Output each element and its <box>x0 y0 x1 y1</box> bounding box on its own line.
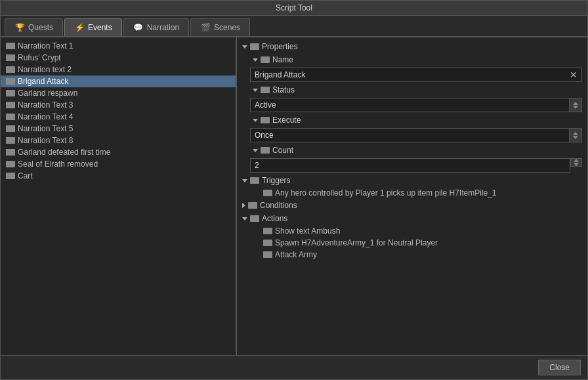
list-item-4[interactable]: Garland respawn <box>1 87 236 99</box>
list-item-label-0: Narration Text 1 <box>18 41 74 51</box>
trophy-icon: 🏆 <box>14 22 25 33</box>
name-folder-icon <box>261 56 270 63</box>
list-item-3[interactable]: Brigand Attack <box>1 75 236 87</box>
action-item-0-icon <box>263 228 272 234</box>
execute-label: Execute <box>272 116 301 125</box>
trigger-item-0-label: Any hero controlled by Player 1 picks up… <box>275 188 497 198</box>
list-item-label-8: Narration Text 8 <box>18 136 74 145</box>
triggers-folder-icon <box>250 177 259 184</box>
list-item-icon-11 <box>6 173 15 179</box>
list-item-1[interactable]: Rufus' Crypt <box>1 52 236 64</box>
name-collapse-icon <box>253 58 258 62</box>
list-item-6[interactable]: Narration Text 4 <box>1 111 236 123</box>
properties-collapse-icon <box>242 45 247 49</box>
list-item-label-6: Narration Text 4 <box>18 112 74 121</box>
count-label: Count <box>272 146 293 155</box>
trigger-item-0-icon <box>263 190 272 196</box>
triggers-collapse-icon <box>242 179 247 182</box>
list-item-9[interactable]: Garland defeated first time <box>1 146 236 158</box>
list-item-icon-0 <box>6 43 15 49</box>
properties-folder-icon <box>250 43 259 50</box>
trigger-item-0[interactable]: Any hero controlled by Player 1 picks up… <box>237 187 587 199</box>
list-item-label-3: Brigand Attack <box>18 77 68 86</box>
list-item-icon-1 <box>6 54 15 61</box>
list-item-8[interactable]: Narration Text 8 <box>1 135 236 146</box>
triggers-section-header[interactable]: Triggers <box>237 174 587 187</box>
conditions-folder-icon <box>248 202 257 209</box>
name-label: Name <box>272 55 293 64</box>
conditions-label: Conditions <box>260 201 297 210</box>
list-item-icon-6 <box>6 114 15 120</box>
execute-select[interactable]: Once Always <box>250 128 582 142</box>
properties-section-header[interactable]: Properties <box>237 40 587 53</box>
count-arrow-down-icon <box>574 163 579 166</box>
list-item-icon-5 <box>6 102 15 108</box>
window-title: Script Tool <box>276 3 312 12</box>
triggers-label: Triggers <box>262 176 291 185</box>
tab-events[interactable]: ⚡ Events <box>64 18 122 36</box>
actions-folder-icon <box>250 215 259 222</box>
status-select-row: Active Inactive <box>250 98 582 112</box>
close-button[interactable]: Close <box>538 360 581 375</box>
name-section-header[interactable]: Name <box>237 53 587 66</box>
name-clear-button[interactable]: ✕ <box>570 70 578 79</box>
count-collapse-icon <box>253 149 258 152</box>
action-item-1[interactable]: Spawn H7AdventureArmy_1 for Neutral Play… <box>237 237 587 249</box>
list-item-icon-7 <box>6 125 15 132</box>
actions-collapse-icon <box>242 217 247 221</box>
tab-bar: 🏆 Quests ⚡ Events 💬 Narration 🎬 Scenes <box>1 16 587 37</box>
execute-select-row: Once Always <box>250 128 582 142</box>
conditions-collapse-icon <box>242 203 245 208</box>
tab-narration[interactable]: 💬 Narration <box>123 18 189 36</box>
list-item-label-5: Narration Text 3 <box>18 100 74 110</box>
main-content: Narration Text 1Rufus' CryptNarration te… <box>1 37 587 355</box>
bottom-bar: Close <box>1 355 587 379</box>
status-collapse-icon <box>253 89 258 92</box>
list-item-label-11: Cart <box>18 171 33 180</box>
action-item-0[interactable]: Show text Ambush <box>237 225 587 237</box>
execute-collapse-icon <box>253 119 258 122</box>
list-item-label-7: Narration Text 5 <box>18 124 74 133</box>
status-section-header[interactable]: Status <box>237 83 587 96</box>
left-panel: Narration Text 1Rufus' CryptNarration te… <box>1 37 237 355</box>
list-item-icon-9 <box>6 149 15 156</box>
list-item-label-9: Garland defeated first time <box>18 148 110 157</box>
tab-scenes[interactable]: 🎬 Scenes <box>190 18 250 36</box>
list-item-5[interactable]: Narration Text 3 <box>1 99 236 111</box>
status-label: Status <box>272 85 295 95</box>
actions-section-header[interactable]: Actions <box>237 212 587 225</box>
action-item-0-label: Show text Ambush <box>275 226 340 236</box>
list-item-0[interactable]: Narration Text 1 <box>1 40 236 52</box>
speech-icon: 💬 <box>133 22 144 33</box>
list-item-label-1: Rufus' Crypt <box>18 53 61 62</box>
list-item-icon-2 <box>6 66 15 73</box>
count-spinners <box>570 158 582 167</box>
list-item-11[interactable]: Cart <box>1 170 236 182</box>
count-input-row <box>250 158 582 173</box>
list-item-2[interactable]: Narration text 2 <box>1 64 236 75</box>
list-item-icon-4 <box>6 90 15 96</box>
list-item-10[interactable]: Seal of Elrath removed <box>1 158 236 170</box>
list-item-icon-10 <box>6 161 15 167</box>
status-select[interactable]: Active Inactive <box>250 98 582 112</box>
list-item-7[interactable]: Narration Text 5 <box>1 123 236 135</box>
main-window: Script Tool 🏆 Quests ⚡ Events 💬 Narratio… <box>0 0 588 380</box>
count-input[interactable] <box>250 158 570 173</box>
conditions-section-header[interactable]: Conditions <box>237 199 587 212</box>
list-item-icon-8 <box>6 137 15 144</box>
list-item-label-10: Seal of Elrath removed <box>18 159 98 169</box>
count-folder-icon <box>261 147 270 154</box>
action-item-2[interactable]: Attack Army <box>237 249 587 261</box>
tab-quests[interactable]: 🏆 Quests <box>5 18 63 36</box>
properties-label: Properties <box>262 42 298 51</box>
execute-section-header[interactable]: Execute <box>237 114 587 127</box>
action-item-2-icon <box>263 251 272 258</box>
status-folder-icon <box>261 87 270 93</box>
list-item-icon-3 <box>6 78 15 85</box>
film-icon: 🎬 <box>200 22 211 33</box>
count-section-header[interactable]: Count <box>237 144 587 157</box>
action-item-1-icon <box>263 240 272 246</box>
name-input[interactable]: Brigand Attack <box>255 70 570 79</box>
actions-label: Actions <box>262 214 287 223</box>
right-panel: Properties Name Brigand Attack ✕ Status … <box>237 37 587 355</box>
